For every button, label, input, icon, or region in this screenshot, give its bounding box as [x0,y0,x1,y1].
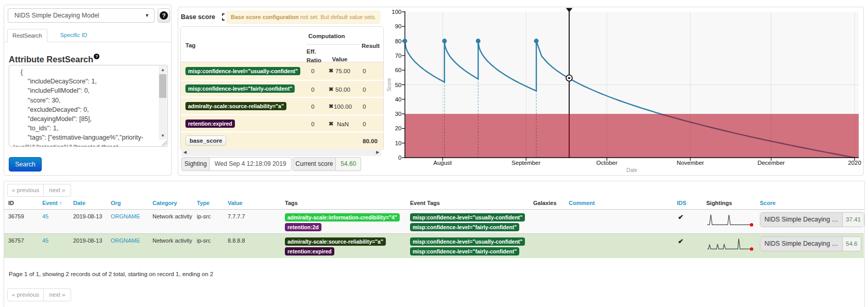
col-value[interactable]: Value [224,198,281,210]
model-panel: NIDS Simple Decaying Model ▼ ? RestSearc… [4,5,172,176]
question-icon: ? [94,54,99,59]
sighting-dot[interactable] [403,39,407,43]
base-score-warning: Base score configuration not set. But de… [227,11,380,24]
textarea-scrollbar[interactable]: ▲ ▼ [159,66,167,140]
y-tick-label: 60 [395,67,402,73]
tag-badge[interactable]: retention:expired [285,247,334,255]
attr-tags: admiralty-scale:information-credibility=… [281,210,406,234]
event-link[interactable]: 45 [42,237,48,244]
tag-badge[interactable]: retention:expired [185,120,235,128]
tag-result-value: 0 [363,87,366,93]
org-link[interactable]: ORGNAME [111,237,140,244]
attributes-table-body: 36759452019-08-13ORGNAMENetwork activity… [4,210,864,258]
event-link[interactable]: 45 [42,213,48,219]
current-score-label: Current score [293,157,336,171]
col-date[interactable]: Date [69,198,107,210]
tag-line: admiralty-scale:source-reliability="a" [285,237,406,247]
previous-page-button[interactable]: « previous [7,288,44,301]
org-link[interactable]: ORGNAME [111,213,140,219]
attr-galaxies [529,210,565,234]
restsearch-textarea[interactable]: { "includeDecayScore": 1, "includeFullMo… [9,65,168,147]
x-tick-label: August [433,160,452,166]
tag-line: retention:2d [285,223,406,233]
search-button[interactable]: Search [9,157,42,172]
scroll-up-icon[interactable]: ▲ [159,66,167,74]
attr-comment [565,234,673,258]
pagination-bottom: « previous next » [7,288,71,301]
base-score-pill[interactable]: base_score [185,135,226,146]
attr-date: 2019-08-13 [69,234,107,258]
model-select-value: NIDS Simple Decaying Model [14,12,99,19]
col-sightings: Sightings [702,198,756,210]
col-comment[interactable]: Comment [565,198,673,210]
tab-specific-id[interactable]: Specific ID [54,29,94,42]
resize-handle-icon[interactable] [161,140,167,146]
x-tick-label: September [512,160,540,166]
model-help-button[interactable]: ? [158,8,170,23]
computation-divider [307,44,360,45]
base-score-result: 80.00 [363,138,378,144]
scroll-down-icon[interactable]: ▼ [159,132,167,140]
col-ids[interactable]: IDS [673,198,702,210]
sighting-dot[interactable] [534,39,539,43]
col-score[interactable]: Score [756,198,864,210]
next-page-button[interactable]: next » [44,288,71,301]
attr-event-tags: misp:confidence-level="usually-confident… [406,234,529,258]
tag-badge[interactable]: admiralty-scale:information-credibility=… [285,213,400,221]
attr-event-link[interactable]: 45 [38,210,69,234]
col-tag: Tag [185,42,196,48]
col-category[interactable]: Category [148,198,193,210]
sighting-dot[interactable] [476,39,481,43]
base-score-hscrollbar[interactable]: ◀ ▶ [181,149,381,156]
attributes-table-head: IDEvent ↑DateOrgCategoryTypeValueTagsEve… [4,198,864,210]
y-tick-label: 40 [395,96,402,103]
attr-event-tags: misp:confidence-level="usually-confident… [406,210,529,234]
score-value: 37.41 [843,213,864,227]
score-widget[interactable]: NIDS Simple Decaying …54.6 [760,236,861,251]
restsearch-json: { "includeDecayScore": 1, "includeFullMo… [9,65,167,147]
col-type[interactable]: Type [193,198,224,210]
sightings-sparkline [706,237,754,252]
event-tag-badge[interactable]: misp:confidence-level="usually-confident… [410,213,525,221]
sighting-dot[interactable] [442,39,447,43]
event-tag-badge[interactable]: misp:confidence-level="fairly-confident" [410,247,519,255]
x-tick-label: November [677,160,704,166]
check-icon: ✔ [677,237,684,245]
y-tick-label: 10 [395,140,402,146]
scroll-left-icon[interactable]: ◀ [181,149,189,156]
col-result: Result [362,43,380,49]
y-tick-label: 20 [395,125,402,131]
attr-galaxies [529,234,565,258]
attr-event-link[interactable]: 45 [38,234,69,258]
scroll-right-icon[interactable]: ▶ [374,149,381,156]
decay-score-chart[interactable]: 0102030405060708090100AugustSeptemberOct… [384,7,864,176]
cursor-handle-icon[interactable] [566,8,572,12]
x-tick-label: 2020 [848,160,861,166]
col-org[interactable]: Org [107,198,148,210]
tag-badge[interactable]: misp:confidence-level="fairly-confident" [185,84,295,93]
threshold-area [405,114,859,158]
previous-page-button[interactable]: « previous [7,184,44,197]
tag-badge[interactable]: admiralty-scale:source-reliability="a" [285,237,386,246]
scrollbar-thumb[interactable] [159,74,166,98]
tag-badge[interactable]: misp:confidence-level="usually-confident… [185,67,300,75]
attribute-row: 36757452019-08-13ORGNAMENetwork activity… [4,234,864,258]
event-tag-line: misp:confidence-level="usually-confident… [410,213,529,223]
model-select[interactable]: NIDS Simple Decaying Model ▼ [8,8,155,23]
attr-category: Network activity [148,234,193,258]
attr-category: Network activity [148,210,193,234]
col-event[interactable]: Event ↑ [38,198,69,210]
tag-badge[interactable]: retention:2d [285,223,321,231]
event-tag-line: misp:confidence-level="usually-confident… [410,237,529,247]
tag-numeric-value: 50.00 [332,87,353,93]
attr-tags: admiralty-scale:source-reliability="a"re… [281,234,406,258]
attr-score: NIDS Simple Decaying …54.6 [756,234,864,258]
score-widget[interactable]: NIDS Simple Decaying …37.41 [760,212,864,227]
tag-badge[interactable]: admiralty-scale:source-reliability="a" [185,102,286,110]
next-page-button[interactable]: next » [44,184,71,197]
sighting-date: Wed Sep 4 12:18:09 2019 [210,157,291,171]
event-tag-badge[interactable]: misp:confidence-level="fairly-confident" [410,223,519,231]
tab-restsearch[interactable]: RestSearch [7,29,47,42]
event-tag-badge[interactable]: misp:confidence-level="usually-confident… [410,237,525,246]
attr-org: ORGNAME [107,234,148,258]
